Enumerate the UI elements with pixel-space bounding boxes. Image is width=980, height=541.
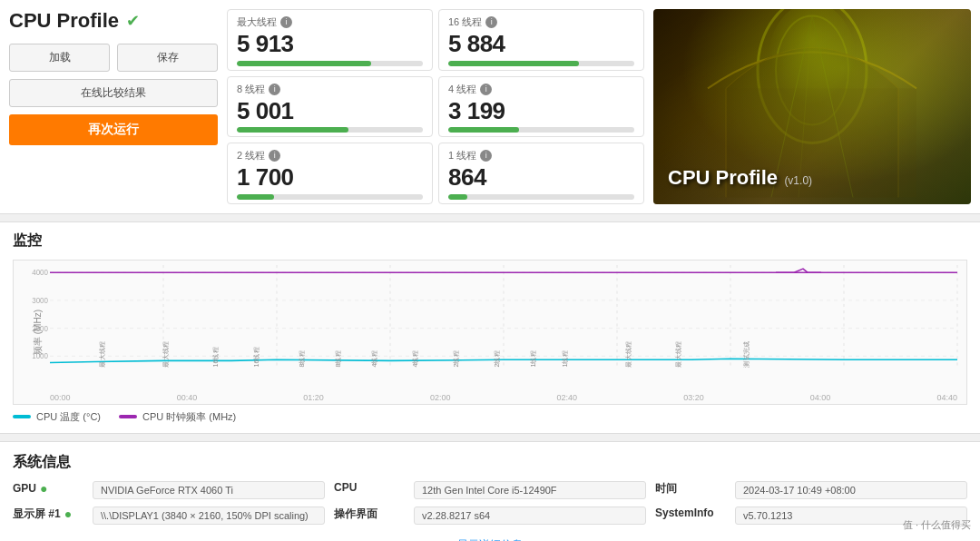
svg-text:8线程: 8线程 xyxy=(335,350,342,367)
svg-text:16线程: 16线程 xyxy=(212,347,220,367)
status-icon: ✔ xyxy=(126,11,140,31)
chart-inner: 4000 3000 2000 1000 最大线程 最大线程 16线程 16线程 … xyxy=(50,265,957,386)
svg-text:1线程: 1线程 xyxy=(562,350,569,367)
score-card: 1 线程 i 864 xyxy=(438,143,644,204)
sysinfo-key-time: 时间 xyxy=(655,481,728,497)
svg-text:4000: 4000 xyxy=(32,269,48,277)
watermark: 值 · 什么值得买 xyxy=(903,518,971,532)
svg-text:16线程: 16线程 xyxy=(253,347,260,367)
svg-text:4线程: 4线程 xyxy=(412,350,419,367)
save-button[interactable]: 保存 xyxy=(117,44,218,72)
score-label: 4 线程 i xyxy=(448,83,634,96)
sysinfo-val-gpu: NVIDIA GeForce RTX 4060 Ti xyxy=(93,481,325,499)
sysinfo-title: 系统信息 xyxy=(13,453,967,472)
info-icon[interactable]: i xyxy=(280,16,292,28)
legend-label: CPU 温度 (°C) xyxy=(36,410,101,424)
hero-text: CPU Profile (v1.0) xyxy=(668,166,812,190)
chart-x-labels: 00:0000:4001:2002:0002:4003:2004:0004:40 xyxy=(50,393,957,402)
score-value: 5 884 xyxy=(448,31,634,57)
score-bar xyxy=(237,61,371,66)
scores-grid: 最大线程 i 5 913 16 线程 i 5 884 8 线程 i 5 001 … xyxy=(227,9,644,204)
info-icon[interactable]: i xyxy=(269,84,280,95)
score-value: 3 199 xyxy=(448,98,634,124)
info-icon[interactable]: i xyxy=(480,150,492,162)
legend-label: CPU 时钟频率 (MHz) xyxy=(142,410,236,424)
sysinfo-key-cpu: CPU xyxy=(334,481,407,494)
chart-area: 频率 (MHz) xyxy=(13,260,967,405)
chart-x-label: 04:00 xyxy=(810,393,831,402)
score-bar xyxy=(448,127,519,133)
monitor-section: 监控 频率 (MHz) xyxy=(0,221,980,434)
score-label: 最大线程 i xyxy=(237,15,423,29)
score-bar-container xyxy=(448,61,634,66)
monitor-title: 监控 xyxy=(13,231,967,251)
legend-item: CPU 时钟频率 (MHz) xyxy=(119,410,236,424)
score-card: 4 线程 i 3 199 xyxy=(438,76,644,138)
gpu-status-dot: ● xyxy=(40,481,47,496)
sysinfo-section: 系统信息 GPU ● NVIDIA GeForce RTX 4060 Ti 显示… xyxy=(0,441,980,541)
chart-x-label: 04:40 xyxy=(936,393,957,402)
chart-x-label: 03:20 xyxy=(683,393,704,402)
sysinfo-val-cpu: 12th Gen Intel Core i5-12490F xyxy=(414,481,646,499)
svg-text:2线程: 2线程 xyxy=(453,350,460,367)
run-button[interactable]: 再次运行 xyxy=(9,114,218,145)
score-label: 2 线程 i xyxy=(237,149,423,162)
svg-text:4线程: 4线程 xyxy=(371,350,378,367)
score-value: 1 700 xyxy=(237,164,423,191)
info-icon[interactable]: i xyxy=(485,16,497,28)
hero-image: CPU Profile (v1.0) xyxy=(653,9,971,204)
score-card: 16 线程 i 5 884 xyxy=(438,9,644,71)
sysinfo-grid: GPU ● NVIDIA GeForce RTX 4060 Ti 显示屏 #1 … xyxy=(13,481,967,541)
chart-x-label: 02:00 xyxy=(430,393,451,402)
svg-text:最大线程: 最大线程 xyxy=(99,341,106,367)
score-card: 8 线程 i 5 001 xyxy=(227,76,433,138)
sysinfo-val-time: 2024-03-17 10:49 +08:00 xyxy=(735,481,967,499)
info-icon[interactable]: i xyxy=(269,150,280,162)
chart-svg: 4000 3000 2000 1000 最大线程 最大线程 16线程 16线程 … xyxy=(50,265,957,386)
page-title: CPU Profile xyxy=(9,9,119,33)
sysinfo-key-gpu: GPU ● xyxy=(13,481,85,496)
display-status-dot: ● xyxy=(64,507,72,521)
svg-text:最大线程: 最大线程 xyxy=(162,341,170,367)
score-label: 8 线程 i xyxy=(237,83,423,96)
score-value: 5 913 xyxy=(237,31,423,57)
hero-version: (v1.0) xyxy=(784,174,812,187)
legend-color xyxy=(13,415,31,418)
score-bar-container xyxy=(448,127,634,133)
show-details-link[interactable]: 显示详细信息 xyxy=(334,537,646,541)
svg-text:2000: 2000 xyxy=(32,324,48,332)
chart-legend: CPU 温度 (°C) CPU 时钟频率 (MHz) xyxy=(13,410,967,424)
svg-text:2线程: 2线程 xyxy=(494,350,501,367)
title-row: CPU Profile ✔ xyxy=(9,9,218,33)
svg-text:3000: 3000 xyxy=(32,297,48,305)
chart-x-label: 01:20 xyxy=(303,393,324,402)
score-value: 5 001 xyxy=(237,98,423,124)
svg-text:测试完成: 测试完成 xyxy=(743,341,750,367)
load-button[interactable]: 加载 xyxy=(9,44,110,72)
sysinfo-col-3: 时间 2024-03-17 10:49 +08:00 SystemInfo v5… xyxy=(655,481,967,541)
hero-title: CPU Profile xyxy=(668,166,778,189)
chart-x-label: 00:00 xyxy=(50,393,71,402)
score-bar xyxy=(237,194,274,200)
info-icon[interactable]: i xyxy=(480,84,492,95)
chart-x-label: 00:40 xyxy=(177,393,198,402)
score-bar xyxy=(237,127,348,133)
score-label: 16 线程 i xyxy=(448,15,634,29)
sysinfo-row-os: 操作界面 v2.28.8217 s64 xyxy=(334,507,646,525)
svg-text:1线程: 1线程 xyxy=(530,350,537,367)
action-buttons: 加载 保存 xyxy=(9,44,218,72)
score-card: 2 线程 i 1 700 xyxy=(227,143,433,204)
sysinfo-row-time: 时间 2024-03-17 10:49 +08:00 xyxy=(655,481,967,499)
legend-item: CPU 温度 (°C) xyxy=(13,410,101,424)
score-bar xyxy=(448,61,579,66)
chart-x-label: 02:40 xyxy=(557,393,578,402)
sysinfo-val-display: \\.\DISPLAY1 (3840 × 2160, 150% DPI scal… xyxy=(93,507,325,525)
score-bar xyxy=(448,194,467,200)
compare-button[interactable]: 在线比较结果 xyxy=(9,79,218,107)
sysinfo-row-display: 显示屏 #1 ● \\.\DISPLAY1 (3840 × 2160, 150%… xyxy=(13,507,325,525)
sysinfo-val-os: v2.28.8217 s64 xyxy=(414,507,646,525)
top-section: CPU Profile ✔ 加载 保存 在线比较结果 再次运行 最大线程 i 5… xyxy=(0,0,980,214)
left-panel: CPU Profile ✔ 加载 保存 在线比较结果 再次运行 xyxy=(9,9,218,204)
sysinfo-key-sysinfo: SystemInfo xyxy=(655,507,728,519)
score-bar-container xyxy=(237,127,423,133)
